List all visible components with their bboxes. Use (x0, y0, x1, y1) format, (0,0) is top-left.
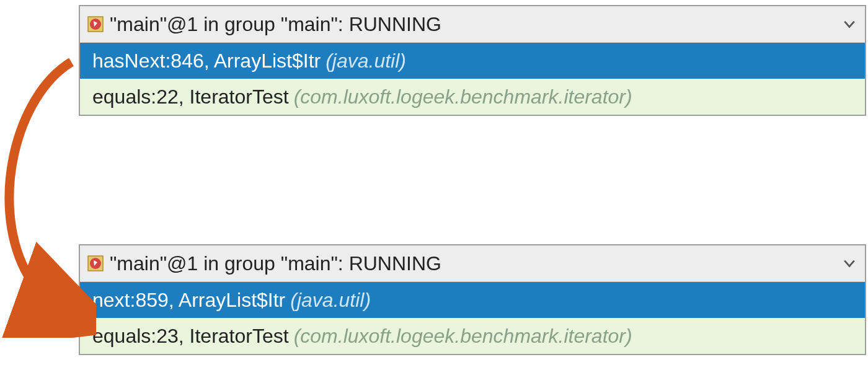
frame-method: equals:23, IteratorTest (92, 325, 289, 348)
stack-frame-row[interactable]: equals:22, IteratorTest (com.luxoft.loge… (80, 79, 865, 115)
frame-package: (com.luxoft.logeek.benchmark.iterator) (294, 325, 632, 348)
thread-dropdown-header[interactable]: "main"@1 in group "main": RUNNING (80, 6, 865, 43)
frame-package: (com.luxoft.logeek.benchmark.iterator) (294, 86, 632, 108)
debugger-frames-panel-1: "main"@1 in group "main": RUNNING hasNex… (79, 5, 866, 116)
frame-method: equals:22, IteratorTest (92, 86, 289, 108)
debugger-frames-panel-2: "main"@1 in group "main": RUNNING next:8… (79, 244, 866, 355)
frame-package: (java.util) (326, 50, 406, 73)
frame-method: next:859, ArrayList$Itr (92, 289, 285, 312)
thread-dropdown-header[interactable]: "main"@1 in group "main": RUNNING (80, 245, 865, 282)
stack-frame-row[interactable]: equals:23, IteratorTest (com.luxoft.loge… (80, 318, 865, 354)
chevron-down-icon (840, 17, 859, 31)
frame-method: hasNext:846, ArrayList$Itr (92, 50, 321, 73)
thread-title: "main"@1 in group "main": RUNNING (110, 13, 840, 36)
stack-frame-row[interactable]: hasNext:846, ArrayList$Itr (java.util) (80, 43, 865, 79)
chevron-down-icon (840, 257, 859, 270)
stack-frame-row[interactable]: next:859, ArrayList$Itr (java.util) (80, 282, 865, 318)
thread-running-icon (87, 16, 104, 32)
thread-title: "main"@1 in group "main": RUNNING (110, 252, 840, 275)
thread-running-icon (87, 255, 104, 271)
frame-package: (java.util) (290, 289, 371, 312)
